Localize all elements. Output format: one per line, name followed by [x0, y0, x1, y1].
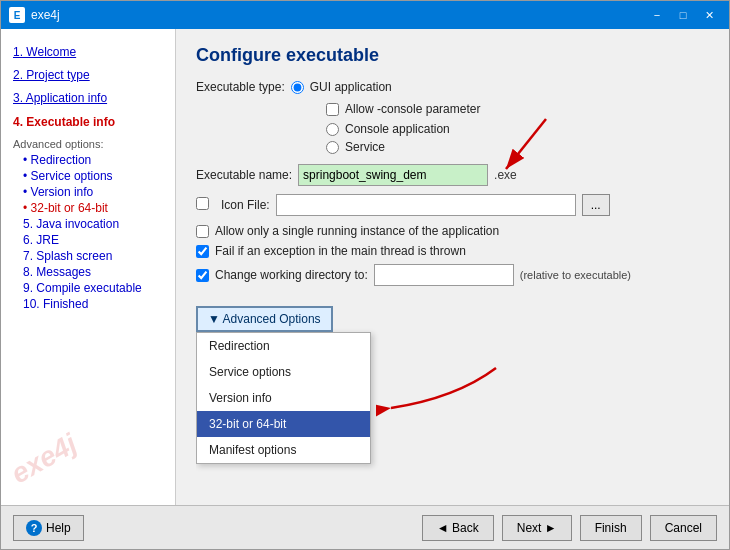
working-dir-checkbox[interactable] — [196, 269, 209, 282]
sidebar-sub-version[interactable]: • Version info — [9, 184, 167, 200]
sidebar-item-messages[interactable]: 8. Messages — [9, 264, 167, 280]
maximize-button[interactable]: □ — [671, 5, 695, 25]
next-button[interactable]: Next ► — [502, 515, 572, 541]
sidebar-item-app-info[interactable]: 3. Application info — [9, 87, 167, 110]
dropdown-redirection[interactable]: Redirection — [197, 333, 370, 359]
exe-type-row: Executable type: GUI application — [196, 80, 709, 94]
icon-file-text: Icon File: — [221, 198, 270, 212]
exe-type-label: Executable type: — [196, 80, 285, 94]
allow-console-row: Allow -console parameter — [326, 102, 709, 116]
working-dir-input[interactable] — [374, 264, 514, 286]
advanced-options-container: ▼ Advanced Options Redirection Service o… — [196, 298, 371, 464]
main-content: 1. Welcome 2. Project type 3. Applicatio… — [1, 29, 729, 505]
single-instance-checkbox[interactable] — [196, 225, 209, 238]
form-section: Executable type: GUI application Allow -… — [196, 80, 709, 497]
browse-button[interactable]: ... — [582, 194, 610, 216]
finish-button[interactable]: Finish — [580, 515, 642, 541]
back-button[interactable]: ◄ Back — [422, 515, 494, 541]
sidebar-sub-redirection[interactable]: • Redirection — [9, 152, 167, 168]
fail-exception-checkbox[interactable] — [196, 245, 209, 258]
console-radio-label: Console application — [345, 122, 450, 136]
console-radio[interactable] — [326, 123, 339, 136]
window-title: exe4j — [31, 8, 645, 22]
watermark: exe4j — [6, 428, 83, 491]
allow-console-label: Allow -console parameter — [345, 102, 480, 116]
icon-file-checkbox[interactable] — [196, 197, 209, 210]
single-instance-row: Allow only a single running instance of … — [196, 224, 709, 238]
gui-radio-label: GUI application — [310, 80, 392, 94]
advanced-options-dropdown: Redirection Service options Version info… — [196, 332, 371, 464]
working-dir-label: Change working directory to: — [215, 268, 368, 282]
titlebar: E exe4j − □ ✕ — [1, 1, 729, 29]
service-radio[interactable] — [326, 141, 339, 154]
sidebar-item-compile[interactable]: 9. Compile executable — [9, 280, 167, 296]
exe-extension: .exe — [494, 168, 517, 182]
sidebar-item-java[interactable]: 5. Java invocation — [9, 216, 167, 232]
exe-name-section: Executable name: .exe — [196, 164, 709, 194]
sidebar-item-project-type[interactable]: 2. Project type — [9, 64, 167, 87]
bottom-bar: ? Help ◄ Back Next ► Finish Cancel — [1, 505, 729, 549]
dropdown-version[interactable]: Version info — [197, 385, 370, 411]
window-controls: − □ ✕ — [645, 5, 721, 25]
relative-label: (relative to executable) — [520, 269, 631, 281]
arrow-annotation-2 — [376, 358, 506, 438]
working-dir-row: Change working directory to: (relative t… — [196, 264, 709, 286]
sidebar-item-exe-info[interactable]: 4. Executable info — [9, 111, 167, 134]
cancel-label: Cancel — [665, 521, 702, 535]
main-window: E exe4j − □ ✕ 1. Welcome 2. Project type… — [0, 0, 730, 550]
advanced-options-section: Advanced options: — [9, 136, 167, 152]
exe-name-label: Executable name: — [196, 168, 292, 182]
right-panel: Configure executable Executable type: GU… — [176, 29, 729, 505]
sidebar-sub-32bit[interactable]: • 32-bit or 64-bit — [9, 200, 167, 216]
panel-title: Configure executable — [196, 45, 709, 66]
minimize-button[interactable]: − — [645, 5, 669, 25]
exe-name-row: Executable name: .exe — [196, 164, 709, 186]
single-instance-label: Allow only a single running instance of … — [215, 224, 499, 238]
console-radio-row: Console application — [326, 122, 709, 136]
exe-name-input[interactable] — [298, 164, 488, 186]
finish-label: Finish — [595, 521, 627, 535]
sidebar-item-welcome[interactable]: 1. Welcome — [9, 41, 167, 64]
app-icon: E — [9, 7, 25, 23]
sidebar: 1. Welcome 2. Project type 3. Applicatio… — [1, 29, 176, 505]
icon-file-input[interactable] — [276, 194, 576, 216]
help-label: Help — [46, 521, 71, 535]
icon-file-row: Icon File: ... — [196, 194, 709, 216]
next-label: Next ► — [517, 521, 557, 535]
sidebar-item-splash[interactable]: 7. Splash screen — [9, 248, 167, 264]
fail-exception-label: Fail if an exception in the main thread … — [215, 244, 466, 258]
advanced-options-button[interactable]: ▼ Advanced Options — [196, 306, 333, 332]
close-button[interactable]: ✕ — [697, 5, 721, 25]
sidebar-item-finished[interactable]: 10. Finished — [9, 296, 167, 312]
back-label: ◄ Back — [437, 521, 479, 535]
dropdown-service[interactable]: Service options — [197, 359, 370, 385]
cancel-button[interactable]: Cancel — [650, 515, 717, 541]
help-icon: ? — [26, 520, 42, 536]
help-button[interactable]: ? Help — [13, 515, 84, 541]
icon-file-label — [196, 197, 209, 213]
fail-exception-row: Fail if an exception in the main thread … — [196, 244, 709, 258]
allow-console-checkbox[interactable] — [326, 103, 339, 116]
dropdown-manifest[interactable]: Manifest options — [197, 437, 370, 463]
gui-radio[interactable] — [291, 81, 304, 94]
service-radio-row: Service — [326, 140, 709, 154]
service-radio-label: Service — [345, 140, 385, 154]
sidebar-sub-service[interactable]: • Service options — [9, 168, 167, 184]
sidebar-item-jre[interactable]: 6. JRE — [9, 232, 167, 248]
dropdown-32bit[interactable]: 32-bit or 64-bit — [197, 411, 370, 437]
